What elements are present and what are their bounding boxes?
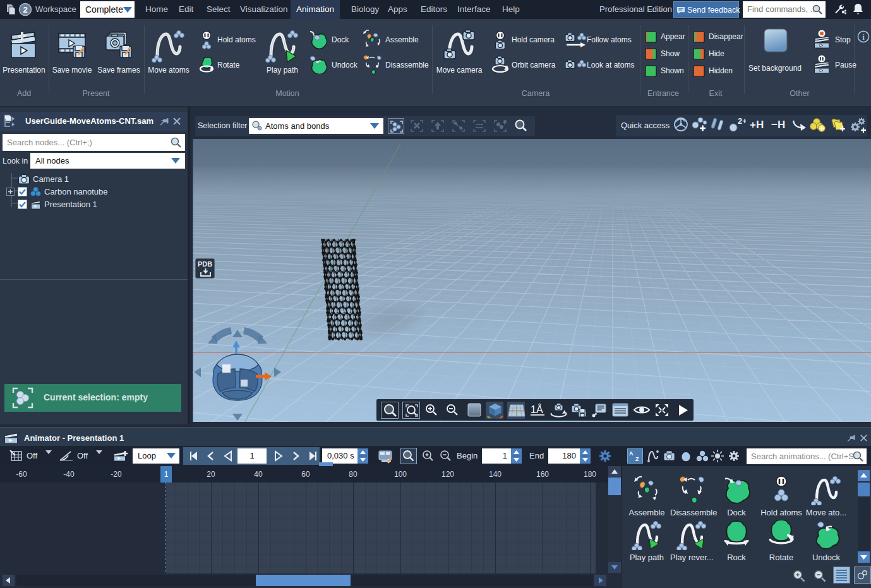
svg-text:−H: −H xyxy=(771,119,785,131)
svg-text:2+: 2+ xyxy=(738,116,746,126)
svg-text:i: i xyxy=(862,32,865,42)
svg-text:+H: +H xyxy=(750,119,764,131)
svg-text:A: A xyxy=(629,450,634,457)
svg-text:Z: Z xyxy=(635,456,639,462)
svg-text:2: 2 xyxy=(23,5,27,15)
